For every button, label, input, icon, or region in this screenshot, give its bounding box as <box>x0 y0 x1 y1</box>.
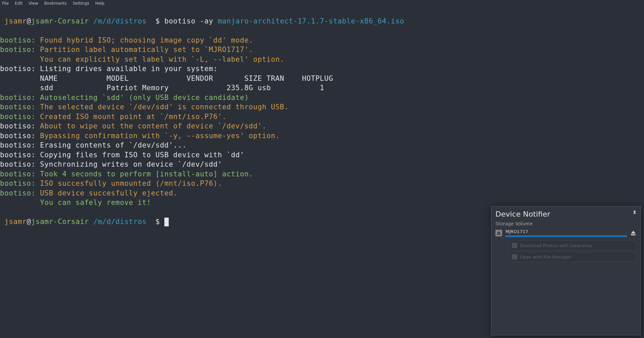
volume-usage-bar <box>505 235 627 237</box>
line-tag <box>0 199 36 207</box>
volume-label: MJRO1717 <box>505 229 627 234</box>
line-tag: bootiso: <box>0 36 36 44</box>
eject-button[interactable] <box>630 230 636 236</box>
terminal-line: bootiso: ISO succesfully unmounted (/mnt… <box>0 179 644 188</box>
prompt-path: /m/d/distros <box>93 17 147 25</box>
line-tag: bootiso: <box>0 189 36 197</box>
gwenview-icon <box>512 243 517 248</box>
line-tag: bootiso: <box>0 160 36 168</box>
terminal-line: bootiso: Synchronizing writes on device … <box>0 160 644 169</box>
line-tag: bootiso: <box>0 103 36 111</box>
terminal-line: bootiso: Found hybrid ISO; choosing imag… <box>0 36 644 45</box>
menu-bookmarks[interactable]: Bookmarks <box>44 1 67 6</box>
line-text: About to wipe out the content of device … <box>36 122 267 130</box>
line-text: Partition label automatically set to `MJ… <box>36 46 253 54</box>
line-text: Autoselecting `sdd' (only USB device can… <box>36 94 249 102</box>
terminal-output: bootiso: Found hybrid ISO; choosing imag… <box>0 36 644 208</box>
terminal-line: bootiso: Autoselecting `sdd' (only USB d… <box>0 93 644 103</box>
action-list: Download Photos with Gwenview Open with … <box>509 240 636 262</box>
terminal-line: sdd Patriot Memory 235.8G usb 1 <box>0 83 644 93</box>
line-text: ISO succesfully unmounted (/mnt/iso.P76)… <box>36 179 222 187</box>
line-text: Copying files from ISO to USB device wit… <box>36 151 244 159</box>
notifier-title: Device Notifier <box>495 210 636 218</box>
line-tag: bootiso: <box>0 141 36 149</box>
command-bin: bootiso <box>164 17 196 25</box>
line-tag <box>0 55 36 63</box>
terminal-line: NAME MODEL VENDOR SIZE TRAN HOTPLUG <box>0 74 644 83</box>
terminal-line: bootiso: USB device succesfully ejected. <box>0 188 644 198</box>
line-text: sdd Patriot Memory 235.8G usb 1 <box>36 84 324 92</box>
line-tag: bootiso: <box>0 122 36 130</box>
action-gwenview[interactable]: Download Photos with Gwenview <box>509 240 636 250</box>
command-flags: -ay <box>200 17 213 25</box>
menu-help[interactable]: Help <box>95 1 104 6</box>
prompt-at: @ <box>26 218 31 226</box>
line-tag <box>0 74 36 82</box>
line-text: Created ISO mount point at `/mnt/iso.P76… <box>36 113 226 121</box>
terminal-line: bootiso: Copying files from ISO to USB d… <box>0 150 644 160</box>
pin-icon[interactable] <box>632 210 637 215</box>
prompt-symbol: $ <box>156 218 160 226</box>
menu-edit[interactable]: Edit <box>15 1 22 6</box>
prompt-at: @ <box>26 17 31 25</box>
line-text: Found hybrid ISO; choosing image copy `d… <box>36 36 253 44</box>
line-tag: bootiso: <box>0 65 36 73</box>
line-tag: bootiso: <box>0 151 36 159</box>
prompt-symbol: $ <box>156 17 160 25</box>
line-text: Erasing contents of `/dev/sdd'... <box>36 141 186 149</box>
line-tag: bootiso: <box>0 179 36 187</box>
menu-file[interactable]: File <box>2 1 9 6</box>
line-text: Took 4 seconds to perform [install-auto]… <box>36 170 253 178</box>
terminal-line: bootiso: Erasing contents of `/dev/sdd'.… <box>0 140 644 150</box>
line-text: Bypassing confirmation with `-y, --assum… <box>36 132 280 140</box>
prompt-line-1: jsamr@jsamr-Corsair /m/d/distros $ booti… <box>0 16 644 26</box>
menu-view[interactable]: View <box>29 1 38 6</box>
command-iso-arg: manjaro-architect-17.1.7-stable-x86_64.i… <box>218 17 404 25</box>
prompt-host: jsamr-Corsair <box>31 17 89 25</box>
action-label: Open with File Manager <box>520 255 571 260</box>
terminal-line: bootiso: The selected device `/dev/sdd' … <box>0 102 644 112</box>
menu-settings[interactable]: Settings <box>73 1 89 6</box>
line-tag: bootiso: <box>0 170 36 178</box>
terminal-line: bootiso: About to wipe out the content o… <box>0 121 644 131</box>
line-text: NAME MODEL VENDOR SIZE TRAN HOTPLUG <box>36 74 333 82</box>
terminal-line: You can explicitly set label with `-L, -… <box>0 55 644 64</box>
terminal-line: bootiso: Partition label automatically s… <box>0 45 644 55</box>
volume-main: MJRO1717 <box>505 229 627 237</box>
line-tag: bootiso: <box>0 132 36 140</box>
prompt-path: /m/d/distros <box>93 218 147 226</box>
line-text: You can explicitly set label with `-L, -… <box>36 55 284 63</box>
prompt-user: jsamr <box>4 17 26 25</box>
line-text: You can safely remove it! <box>36 199 151 207</box>
line-text: Listing drives available in your system: <box>36 65 218 73</box>
notifier-subhead: Storage Volume <box>495 221 636 226</box>
device-notifier-popup: Device Notifier Storage Volume MJRO1717 … <box>491 206 641 335</box>
line-text: Synchronizing writes on device `/dev/sdd… <box>36 160 222 168</box>
folder-icon <box>512 254 517 260</box>
action-label: Download Photos with Gwenview <box>520 243 592 248</box>
prompt-user: jsamr <box>4 218 26 226</box>
volume-row[interactable]: MJRO1717 <box>495 228 636 237</box>
terminal-line: bootiso: Bypassing confirmation with `-y… <box>0 131 644 141</box>
line-tag: bootiso: <box>0 113 36 121</box>
terminal-line: bootiso: Took 4 seconds to perform [inst… <box>0 169 644 179</box>
action-filemanager[interactable]: Open with File Manager <box>509 252 636 262</box>
terminal-line: bootiso: Listing drives available in you… <box>0 64 644 74</box>
line-tag: bootiso: <box>0 94 36 102</box>
line-text: USB device succesfully ejected. <box>36 189 178 197</box>
menubar: File Edit View Bookmarks Settings Help <box>0 0 644 7</box>
prompt-host: jsamr-Corsair <box>31 218 89 226</box>
terminal[interactable]: jsamr@jsamr-Corsair /m/d/distros $ booti… <box>0 7 644 236</box>
line-tag <box>0 84 36 92</box>
line-tag: bootiso: <box>0 46 36 54</box>
line-text: The selected device `/dev/sdd' is connec… <box>36 103 289 111</box>
terminal-line: bootiso: Created ISO mount point at `/mn… <box>0 112 644 122</box>
eject-icon <box>495 230 502 236</box>
terminal-cursor <box>164 218 169 226</box>
